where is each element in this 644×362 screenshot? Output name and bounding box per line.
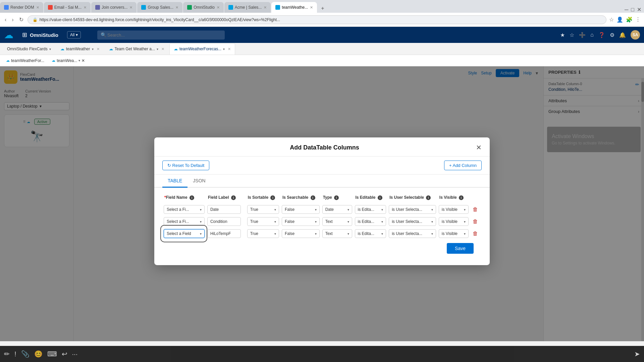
taskbar-keyboard-icon[interactable]: ⌨ <box>47 350 57 358</box>
tab-close[interactable]: ✕ <box>217 5 220 10</box>
th-is-user-selectable: Is User Selectable i <box>387 193 437 203</box>
app-tab-flexcards-label: OmniStudio FlexCards <box>7 47 48 51</box>
tab-join-convers[interactable]: Join convers... ✕ <box>91 2 137 13</box>
field-name-select-2[interactable]: Select a Fi... ▾ <box>164 217 205 226</box>
tab-close[interactable]: ✕ <box>129 5 132 10</box>
modal-close-button[interactable]: ✕ <box>476 143 482 152</box>
visible-value-1: is Visible <box>442 207 458 212</box>
editable-select-1[interactable]: is Edita... ▾ <box>355 205 386 214</box>
global-search-input[interactable] <box>97 31 225 40</box>
taskbar-pen-icon[interactable]: ✏ <box>4 350 10 358</box>
app-tab-forecast[interactable]: ☁ teamWeatherForecas... ▾ ✕ <box>169 43 235 55</box>
field-label-input-3[interactable] <box>207 229 241 238</box>
tab-close[interactable]: ✕ <box>264 5 267 10</box>
tab-close[interactable]: ✕ <box>84 5 87 10</box>
taskbar-emoji-icon[interactable]: 😊 <box>34 350 43 358</box>
tab-label: Render DOM <box>10 5 34 10</box>
sub-tab-forecast1[interactable]: ☁ teamWeatherFor... <box>3 57 48 64</box>
maximize-button[interactable]: □ <box>631 7 634 13</box>
close-icon[interactable]: ✕ <box>82 58 85 63</box>
reload-button[interactable]: ↻ <box>18 15 25 24</box>
type-select-2[interactable]: Text ▾ <box>322 217 352 226</box>
all-dropdown[interactable]: All ▾ <box>67 31 81 39</box>
delete-row-button-3[interactable]: 🗑 <box>471 229 479 238</box>
user-selectable-select-1[interactable]: is User Selecta... ▾ <box>389 205 436 214</box>
grid-icon[interactable]: ⊞ <box>22 31 27 39</box>
app-tab-flexcards[interactable]: OmniStudio FlexCards ▾ <box>3 43 55 55</box>
taskbar-send-icon[interactable]: ➤ <box>634 350 640 358</box>
visible-select-3[interactable]: is Visible ▾ <box>439 229 469 238</box>
help-icon[interactable]: ❓ <box>598 32 605 38</box>
modal-header: Add DataTable Columns ✕ <box>154 137 490 157</box>
tab-group-sales[interactable]: Group Sales... ✕ <box>137 2 182 13</box>
favorites-icon[interactable]: ★ <box>560 32 565 38</box>
app-tab-teamweather[interactable]: ☁ teamWeather ▾ ✕ <box>56 43 104 55</box>
tab-close[interactable]: ✕ <box>36 5 39 10</box>
tab-omnistudio[interactable]: OmniStudio ✕ <box>183 2 224 13</box>
forward-button[interactable]: › <box>10 15 15 24</box>
visible-select-1[interactable]: is Visible ▾ <box>439 205 469 214</box>
close-icon[interactable]: ✕ <box>161 47 164 51</box>
taskbar-reply-icon[interactable]: ↩ <box>62 350 67 358</box>
editable-select-2[interactable]: is Edita... ▾ <box>355 217 386 226</box>
chevron-down-icon: ▾ <box>381 207 383 211</box>
field-label-input-2[interactable] <box>207 217 241 226</box>
avatar[interactable]: SA <box>631 30 640 40</box>
tab-team-weather[interactable]: teamWeathe... ✕ <box>271 2 317 13</box>
close-icon[interactable]: ✕ <box>228 47 231 51</box>
new-tab-button[interactable]: + <box>318 4 327 13</box>
app-tab-get-weather[interactable]: ☁ Team Get Weather a... ▾ ✕ <box>105 43 169 55</box>
field-name-value-2: Select a Fi... <box>167 219 199 224</box>
recent-icon[interactable]: ☆ <box>570 32 574 38</box>
tab-cloud-icon: ☁ <box>174 47 178 51</box>
searchable-select-1[interactable]: False ▾ <box>282 205 320 214</box>
bookmark-icon[interactable]: ☆ <box>609 16 614 23</box>
create-icon[interactable]: ➕ <box>579 32 586 38</box>
tab-json[interactable]: JSON <box>187 175 211 188</box>
visible-select-2[interactable]: is Visible ▾ <box>439 217 469 226</box>
save-button[interactable]: Save <box>447 243 474 254</box>
tab-table[interactable]: TABLE <box>162 175 187 188</box>
reset-to-default-button[interactable]: ↻ Reset To Default <box>162 161 209 170</box>
sortable-select-3[interactable]: True ▾ <box>247 229 279 238</box>
minimize-button[interactable]: ─ <box>625 7 628 13</box>
delete-row-button-2[interactable]: 🗑 <box>471 217 479 226</box>
extensions-icon[interactable]: 🧩 <box>626 16 633 23</box>
editable-select-3[interactable]: is Edita... ▾ <box>355 229 386 238</box>
user-selectable-select-2[interactable]: is User Selecta... ▾ <box>389 217 436 226</box>
sub-tab-forecast2[interactable]: ☁ teamWea... ▾ ✕ <box>48 57 88 64</box>
field-name-select-3[interactable]: Select a Field ▾ <box>164 229 205 238</box>
sortable-select-1[interactable]: True ▾ <box>247 205 279 214</box>
delete-row-button-1[interactable]: 🗑 <box>471 205 479 214</box>
searchable-select-3[interactable]: False ▾ <box>282 229 320 238</box>
add-column-button[interactable]: + Add Column <box>444 161 482 170</box>
type-select-3[interactable]: Text ▾ <box>322 229 352 238</box>
chevron-down-icon: ▾ <box>347 207 349 211</box>
taskbar-exclamation-icon[interactable]: ! <box>14 350 16 358</box>
user-selectable-select-3[interactable]: is User Selecta... ▾ <box>389 229 436 238</box>
sortable-select-2[interactable]: True ▾ <box>247 217 279 226</box>
setup-icon[interactable]: ⚙ <box>610 32 614 38</box>
td-delete: 🗑 <box>470 228 482 240</box>
field-label-input-1[interactable] <box>207 205 241 214</box>
taskbar-paperclip-icon[interactable]: 📎 <box>21 350 30 358</box>
notifications-icon[interactable]: 🔔 <box>619 32 626 38</box>
tab-close[interactable]: ✕ <box>310 5 313 10</box>
type-select-1[interactable]: Date ▾ <box>322 205 352 214</box>
searchable-select-2[interactable]: False ▾ <box>282 217 320 226</box>
td-is-editable: is Edita... ▾ <box>354 203 388 216</box>
td-is-visible: is Visible ▾ <box>437 216 470 228</box>
close-window-button[interactable]: ✕ <box>637 6 641 13</box>
close-icon[interactable]: ✕ <box>97 47 100 51</box>
tab-acme-sales[interactable]: Acme | Sales... ✕ <box>224 2 271 13</box>
settings-icon[interactable]: ⋮ <box>635 16 641 23</box>
tab-email-sai[interactable]: Email - Sai M... ✕ <box>44 2 91 13</box>
tab-render-dom[interactable]: Render DOM ✕ <box>0 2 43 13</box>
profile-icon[interactable]: 👤 <box>616 16 623 23</box>
home-icon[interactable]: ⌂ <box>590 32 594 38</box>
taskbar-more-icon[interactable]: ··· <box>72 350 78 358</box>
field-name-select-1[interactable]: Select a Fi... ▾ <box>164 205 205 214</box>
tab-close[interactable]: ✕ <box>175 5 178 10</box>
back-button[interactable]: ‹ <box>3 15 8 24</box>
url-input[interactable]: 🔒 https://value-client-54593-dev-ed.ligh… <box>28 15 606 24</box>
